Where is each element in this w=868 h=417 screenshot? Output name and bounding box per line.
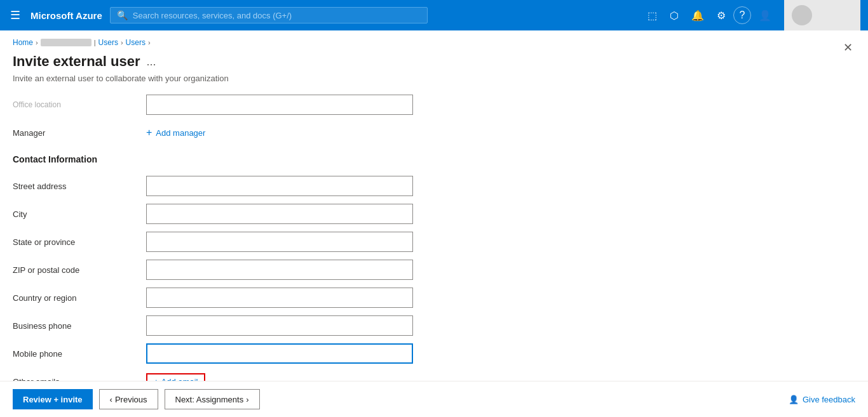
business-phone-label: Business phone (13, 321, 146, 331)
business-phone-input[interactable] (146, 315, 413, 336)
breadcrumb: Home › | Users › Users › (13, 38, 855, 47)
breadcrumb-users1[interactable]: Users (98, 38, 118, 47)
business-phone-row: Business phone (13, 314, 855, 337)
mobile-phone-input[interactable] (146, 343, 413, 364)
section-title: Contact Information (13, 154, 855, 167)
breadcrumb-users2[interactable]: Users (126, 38, 146, 47)
page-header: Invite external user ... (13, 53, 855, 70)
state-province-input[interactable] (146, 232, 413, 252)
main-content: Home › | Users › Users › Invite external… (0, 30, 868, 417)
breadcrumb-sep2: › (121, 39, 123, 46)
street-address-input[interactable] (146, 176, 413, 196)
breadcrumb-pipe: | (94, 39, 96, 46)
city-label: City (13, 209, 146, 219)
mobile-phone-row: Mobile phone (13, 342, 855, 365)
city-input[interactable] (146, 204, 413, 224)
top-navigation: ☰ Microsoft Azure 🔍 ⬚ ⬡ 🔔 ⚙ ? 👤 (0, 0, 868, 30)
feedback-nav-icon[interactable]: 👤 (754, 6, 776, 25)
office-location-control (146, 95, 413, 115)
help-icon[interactable]: ? (733, 6, 751, 24)
country-region-row: Country or region (13, 286, 855, 309)
country-region-label: Country or region (13, 293, 146, 303)
give-feedback-button[interactable]: 👤 Give feedback (789, 395, 855, 404)
cloud-shell-icon[interactable]: ⬚ (642, 6, 662, 25)
next-button[interactable]: Next: Assignments › (165, 389, 260, 409)
page-subtitle: Invite an external user to collaborate w… (13, 74, 855, 83)
search-bar[interactable]: 🔍 (110, 7, 428, 23)
chevron-right-icon: › (246, 395, 248, 404)
page-title: Invite external user (13, 53, 140, 70)
zip-postal-control (146, 260, 413, 280)
city-control (146, 204, 413, 224)
add-manager-button[interactable]: + Add manager (146, 127, 205, 138)
search-icon: 🔍 (117, 10, 128, 20)
feedback-icon: 👤 (789, 395, 799, 404)
hamburger-menu-icon[interactable]: ☰ (8, 6, 23, 25)
add-manager-label: Add manager (156, 128, 205, 138)
state-province-row: State or province (13, 230, 855, 253)
settings-icon[interactable]: ⚙ (712, 6, 731, 25)
manager-row: Manager + Add manager (13, 121, 855, 144)
breadcrumb-sep3: › (148, 39, 151, 46)
breadcrumb-home[interactable]: Home (13, 38, 33, 47)
previous-label: Previous (115, 395, 147, 404)
contact-information-section: Contact Information Street address City … (13, 154, 855, 417)
zip-postal-row: ZIP or postal code (13, 258, 855, 281)
footer-bar: Review + invite ‹ Previous Next: Assignm… (0, 381, 868, 417)
nav-icon-group: ⬚ ⬡ 🔔 ⚙ ? 👤 (642, 6, 776, 25)
plus-icon: + (146, 127, 152, 138)
feedback-label: Give feedback (803, 395, 855, 404)
mobile-phone-control (146, 343, 413, 364)
country-region-input[interactable] (146, 288, 413, 308)
review-invite-button[interactable]: Review + invite (13, 389, 93, 409)
business-phone-control (146, 315, 413, 336)
bell-icon[interactable]: 🔔 (686, 6, 709, 25)
next-label: Next: Assignments (175, 395, 244, 404)
country-region-control (146, 288, 413, 308)
portal-settings-icon[interactable]: ⬡ (665, 6, 684, 25)
manager-label: Manager (13, 128, 146, 138)
street-address-row: Street address (13, 175, 855, 197)
mobile-phone-label: Mobile phone (13, 349, 146, 359)
office-location-row: Office location (13, 93, 855, 116)
state-province-control (146, 232, 413, 252)
zip-postal-label: ZIP or postal code (13, 265, 146, 275)
account-box[interactable] (784, 0, 860, 30)
avatar[interactable] (792, 5, 812, 25)
office-location-input[interactable] (146, 95, 413, 115)
chevron-left-icon: ‹ (110, 395, 112, 404)
breadcrumb-masked (41, 39, 92, 46)
manager-control: + Add manager (146, 127, 413, 138)
previous-button[interactable]: ‹ Previous (99, 389, 158, 409)
street-address-control (146, 176, 413, 196)
street-address-label: Street address (13, 182, 146, 191)
search-input[interactable] (133, 11, 421, 20)
close-button[interactable]: ✕ (841, 38, 855, 57)
city-row: City (13, 202, 855, 225)
state-province-label: State or province (13, 237, 146, 247)
breadcrumb-sep1: › (36, 39, 38, 46)
zip-postal-input[interactable] (146, 260, 413, 280)
office-location-label: Office location (13, 100, 146, 109)
brand-name: Microsoft Azure (31, 10, 102, 21)
page-menu-dots[interactable]: ... (147, 55, 156, 69)
